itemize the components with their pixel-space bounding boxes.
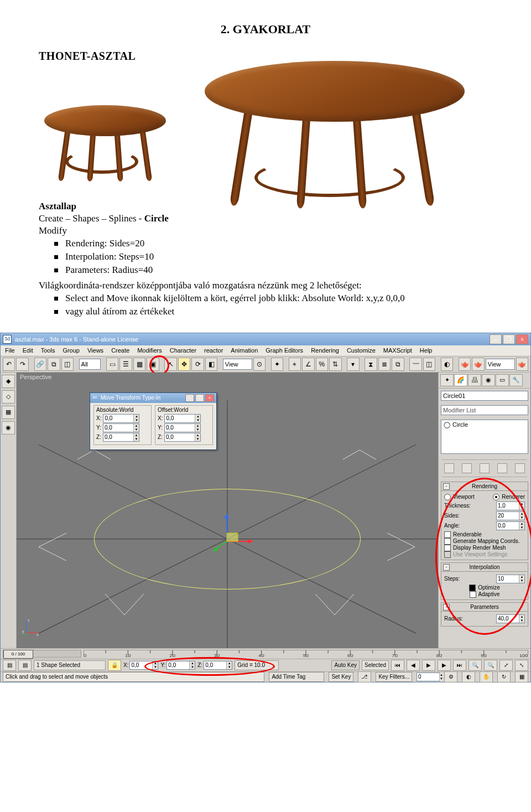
reactor-btn-4[interactable]: ◉ [2,421,15,435]
auto-key-button[interactable]: Auto Key [331,660,360,670]
named-selection-button[interactable]: ▾ [347,358,359,371]
move-transform-dialog[interactable]: 3d Move Transform Type-In – ❐ × Absolute… [90,392,217,450]
thickness-input[interactable] [497,503,519,509]
tab-create[interactable]: ✦ [440,374,454,386]
set-key-button[interactable]: Set Key [329,672,353,682]
menu-help[interactable]: Help [420,347,433,354]
status-z-input[interactable] [204,662,226,668]
sides-input[interactable] [497,513,519,519]
quick-render-button[interactable]: 🫖 [472,358,484,371]
status-x-input[interactable] [130,662,152,668]
tab-display[interactable]: ▭ [496,374,509,386]
align-button[interactable]: ≣ [378,358,391,371]
off-y-input[interactable] [165,425,195,431]
menu-file[interactable]: File [5,347,15,354]
play-start-button[interactable]: ⏮ [391,660,404,671]
tab-motion[interactable]: ◉ [482,374,495,386]
zoom-extents-all-button[interactable]: ⤡ [515,660,528,671]
ref-coord-system[interactable]: View [223,359,252,370]
arc-rotate-button[interactable]: ↻ [497,671,511,682]
angle-input[interactable] [497,523,519,529]
tab-modify[interactable]: 🌈 [454,374,467,386]
curve-editor-button[interactable]: 〰 [409,358,421,371]
time-slider[interactable]: 0 / 100 [3,650,81,658]
make-unique-button[interactable] [480,463,490,473]
menu-views[interactable]: Views [87,347,103,354]
radius-input[interactable] [497,616,519,622]
render-last-button[interactable]: 🫖 [516,358,528,371]
radio-viewport[interactable] [444,494,451,500]
move-gizmo[interactable] [210,511,254,555]
reactor-btn-3[interactable]: ▦ [2,406,15,419]
off-z-input[interactable] [165,434,195,440]
prompt-line-button[interactable]: ▤ [18,660,32,671]
menu-customize[interactable]: Customize [347,347,376,354]
render-view-dropdown[interactable]: View [486,359,515,370]
unlink-button[interactable]: ⧉ [48,358,60,371]
redo-button[interactable]: ↷ [16,358,28,371]
abs-z-input[interactable] [103,434,133,440]
abs-x-input[interactable] [103,415,133,421]
render-scene-button[interactable]: 🫖 [459,358,471,371]
play-next-button[interactable]: ▶ [438,660,451,671]
menu-grapheditors[interactable]: Graph Editors [266,347,303,354]
pan-button[interactable]: ✋ [480,671,493,682]
rollout-toggle[interactable]: - [443,604,450,611]
add-time-tag[interactable]: Add Time Tag [269,672,324,682]
select-and-scale-button[interactable]: ◧ [205,358,217,371]
configure-sets-button[interactable] [515,463,525,473]
object-name-field[interactable]: Circle01 [441,391,528,401]
key-icon[interactable]: ⎇ [358,671,371,682]
reactor-btn-1[interactable]: ◆ [2,375,15,388]
schematic-view-button[interactable]: ◫ [423,358,435,371]
radio-renderer[interactable] [493,494,499,500]
viewport-perspective[interactable]: Perspective [17,373,438,648]
remove-modifier-button[interactable] [497,463,507,473]
menu-rendering[interactable]: Rendering [311,347,339,354]
play-prev-button[interactable]: ◀ [407,660,420,671]
off-x-input[interactable] [165,415,195,421]
script-listener-button[interactable]: ▤ [3,660,16,671]
selection-filter[interactable]: All [79,359,101,370]
time-config-button[interactable]: ⚙ [444,671,457,682]
checkbox-renderable[interactable] [444,531,451,538]
link-button[interactable]: 🔗 [34,358,46,371]
dialog-close-button[interactable]: × [205,394,214,402]
tab-hierarchy[interactable]: 品 [468,374,481,386]
dialog-minimize-button[interactable]: – [185,394,194,402]
spinner-snap-button[interactable]: ⇅ [329,358,341,371]
zoom-extents-button[interactable]: ⤢ [499,660,513,671]
modifier-list-dropdown[interactable]: Modifier List [441,405,528,415]
rollout-toggle[interactable]: - [443,483,450,490]
checkbox-generate-mapping[interactable] [444,538,451,545]
snap-toggle-button[interactable]: ⌖ [289,358,301,371]
status-y-input[interactable] [167,662,189,668]
menu-reactor[interactable]: reactor [204,347,223,354]
lock-selection-button[interactable]: 🔒 [108,660,121,671]
min-max-toggle-button[interactable]: ▦ [515,671,528,682]
close-button[interactable]: × [516,334,528,344]
tab-utilities[interactable]: 🔧 [509,374,523,386]
menu-tools[interactable]: Tools [41,347,55,354]
rollout-toggle[interactable]: - [443,564,450,571]
bind-button[interactable]: ◫ [61,358,74,371]
maximize-button[interactable]: ❐ [503,334,515,344]
menu-create[interactable]: Create [111,347,129,354]
pin-stack-button[interactable] [444,463,454,473]
checkbox-adaptive[interactable] [470,591,476,598]
angle-snap-button[interactable]: ∠ [302,358,314,371]
play-end-button[interactable]: ⏭ [453,660,466,671]
select-and-move-button[interactable]: ✥ [178,358,190,371]
layer-button[interactable]: ⧉ [392,358,404,371]
menu-animation[interactable]: Animation [231,347,258,354]
select-and-rotate-button[interactable]: ⟳ [191,358,204,371]
time-slider-knob[interactable]: 0 / 100 [3,650,33,659]
select-button[interactable]: ▭ [106,358,118,371]
abs-y-input[interactable] [103,425,133,431]
menu-maxscript[interactable]: MAXScript [383,347,412,354]
time-ruler[interactable]: 0102030405060708090100 [84,650,528,657]
undo-button[interactable]: ↶ [3,358,15,371]
modifier-stack-item[interactable]: ◯ Circle [444,421,525,428]
dialog-titlebar[interactable]: 3d Move Transform Type-In – ❐ × [90,393,216,403]
dialog-maximize-button[interactable]: ❐ [195,394,204,402]
